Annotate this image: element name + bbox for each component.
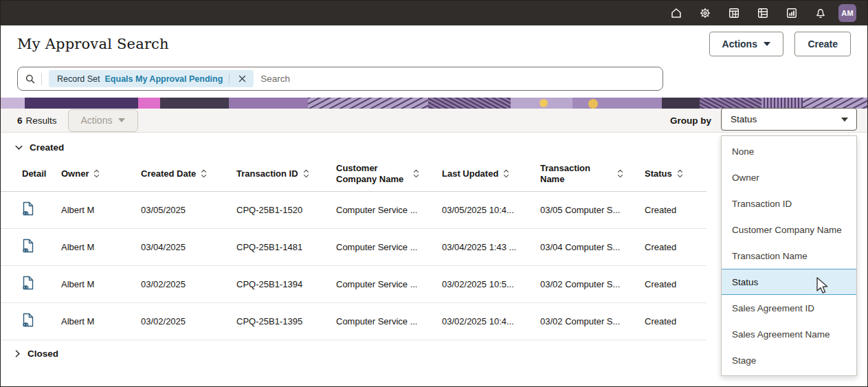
cell-status: Created [645, 228, 706, 265]
cell-created-date: 03/02/2025 [141, 302, 236, 340]
group-by-selected-value: Status [731, 114, 757, 124]
actions-button[interactable]: Actions [709, 32, 783, 56]
filter-chip-operator: Equals My Approval Pending [105, 74, 223, 84]
dropdown-item-sales-agreement-id[interactable]: Sales Agreement ID [722, 295, 856, 321]
create-button[interactable]: Create [794, 32, 851, 56]
table-actions-button[interactable]: Actions [68, 109, 139, 132]
cell-transaction-id: CPQ-25B1-1394 [236, 265, 336, 302]
decorative-banner [1, 98, 868, 109]
table-row[interactable]: Albert M 03/04/2025 CPQ-25B1-1481 Comput… [1, 228, 706, 265]
detail-preview-icon[interactable] [22, 313, 35, 328]
column-header-transaction-id[interactable]: Transaction ID [236, 157, 336, 191]
settings-icon[interactable] [694, 3, 716, 23]
cell-status: Created [645, 191, 706, 228]
dropdown-item-transaction-name[interactable]: Transaction Name [722, 243, 856, 269]
filter-chip-field: Record Set [57, 74, 100, 84]
chevron-down-icon [841, 118, 848, 122]
applications-icon[interactable] [723, 3, 745, 23]
cell-status: Created [645, 302, 706, 340]
results-count: 6Results [17, 115, 57, 126]
chevron-down-icon [764, 42, 770, 46]
cell-created-date: 03/04/2025 [141, 228, 236, 265]
column-label: Owner [61, 168, 89, 179]
group-by-dropdown-menu: None Owner Transaction ID Customer Compa… [721, 135, 857, 376]
global-header: AM [1, 1, 867, 25]
sort-icon[interactable] [413, 169, 419, 178]
search-bar[interactable]: Record Set Equals My Approval Pending [17, 67, 663, 91]
table-row[interactable]: Albert M 03/02/2025 CPQ-25B1-1395 Comput… [1, 302, 706, 340]
chevron-down-icon [15, 145, 23, 151]
search-input[interactable] [260, 74, 656, 84]
chip-close-icon[interactable] [234, 71, 249, 87]
cell-last-updated: 03/02/2025 10:4... [442, 302, 540, 340]
page-title: My Approval Search [17, 36, 169, 52]
avatar[interactable]: AM [838, 4, 856, 22]
cell-customer-company-name: Computer Service ... [336, 228, 442, 265]
detail-preview-icon[interactable] [22, 239, 35, 254]
detail-preview-icon[interactable] [22, 276, 35, 291]
dropdown-item-none[interactable]: None [722, 138, 856, 164]
page-header: My Approval Search Actions Create [1, 25, 867, 63]
column-label: Customer Company Name [336, 163, 408, 186]
dropdown-item-customer-company-name[interactable]: Customer Company Name [722, 217, 856, 243]
cell-transaction-name: 03/04 Computer S... [540, 228, 645, 265]
column-header-owner[interactable]: Owner [61, 157, 141, 191]
search-icon [25, 74, 36, 85]
table-row[interactable]: Albert M 03/05/2025 CPQ-25B1-1520 Comput… [1, 191, 706, 228]
column-header-customer-company-name[interactable]: Customer Company Name [336, 157, 442, 191]
header-actions: Actions Create [709, 32, 851, 56]
cell-owner: Albert M [61, 228, 141, 265]
sort-icon[interactable] [201, 169, 207, 178]
cell-transaction-name: 03/02 Computer S... [540, 265, 645, 302]
column-label: Last Updated [442, 168, 498, 179]
column-header-last-updated[interactable]: Last Updated [442, 157, 540, 191]
results-table: Detail Owner Created Date Transaction ID… [1, 157, 706, 340]
dropdown-item-owner[interactable]: Owner [722, 164, 856, 190]
cell-transaction-id: CPQ-25B1-1520 [236, 191, 336, 228]
column-header-created-date[interactable]: Created Date [141, 157, 236, 191]
divider [41, 73, 42, 85]
sort-icon[interactable] [93, 169, 100, 178]
dropdown-item-status[interactable]: Status [722, 269, 856, 295]
dropdown-item-transaction-id[interactable]: Transaction ID [722, 190, 856, 217]
table-row[interactable]: Albert M 03/02/2025 CPQ-25B1-1394 Comput… [1, 265, 706, 302]
group-header-closed-label: Closed [27, 349, 58, 359]
home-icon[interactable] [665, 3, 687, 23]
column-header-transaction-name[interactable]: Transaction Name [540, 157, 645, 191]
table-actions-label: Actions [81, 115, 113, 126]
column-label: Detail [22, 168, 46, 179]
group-by-label: Group by [670, 109, 711, 133]
app-window: AM My Approval Search Actions Create Rec… [0, 0, 868, 387]
results-count-number: 6 [17, 115, 23, 126]
sort-icon[interactable] [303, 169, 309, 178]
column-header-status[interactable]: Status [645, 157, 706, 191]
filter-chip-record-set: Record Set Equals My Approval Pending [49, 70, 254, 87]
dropdown-item-sales-agreement-name[interactable]: Sales Agreement Name [722, 321, 856, 347]
results-count-label: Results [26, 115, 57, 126]
column-label: Created Date [141, 168, 196, 179]
cell-created-date: 03/05/2025 [141, 191, 236, 228]
detail-preview-icon[interactable] [22, 201, 35, 217]
cell-customer-company-name: Computer Service ... [336, 265, 442, 302]
cell-customer-company-name: Computer Service ... [336, 302, 442, 340]
table-header-row: Detail Owner Created Date Transaction ID… [1, 157, 706, 191]
create-button-label: Create [808, 38, 838, 49]
group-header-created-label: Created [30, 142, 64, 153]
sort-icon[interactable] [617, 169, 623, 178]
chevron-right-icon [15, 350, 21, 357]
tables-icon[interactable] [752, 3, 774, 23]
cell-transaction-name: 03/05 Computer S... [540, 191, 645, 228]
reports-icon[interactable] [781, 3, 803, 23]
column-label: Transaction ID [236, 168, 298, 179]
cell-status: Created [645, 265, 706, 302]
sort-icon[interactable] [677, 169, 683, 178]
notifications-icon[interactable] [810, 3, 832, 23]
group-by-select[interactable]: Status [721, 108, 857, 131]
cell-last-updated: 03/02/2025 10:5... [442, 265, 540, 302]
sort-icon[interactable] [503, 169, 509, 178]
chevron-down-icon [118, 118, 125, 122]
dropdown-item-stage[interactable]: Stage [722, 347, 856, 373]
column-header-detail: Detail [1, 157, 61, 191]
cell-owner: Albert M [61, 302, 141, 340]
cell-owner: Albert M [61, 265, 141, 302]
